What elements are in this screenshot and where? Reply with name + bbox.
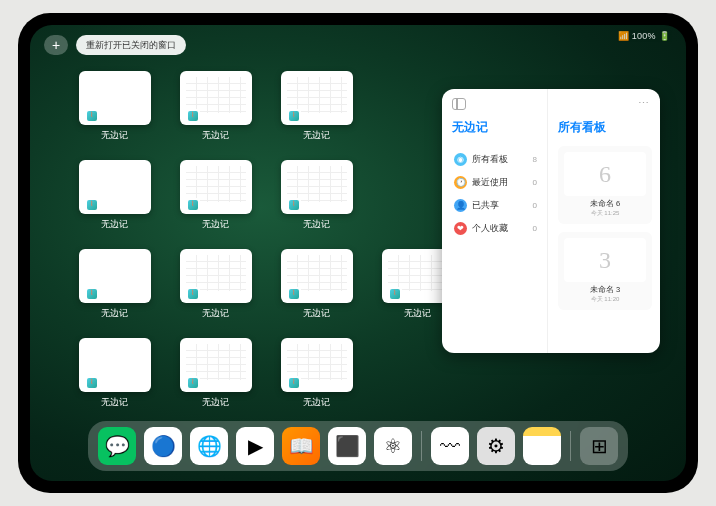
- menu-item-icon: ◉: [454, 153, 467, 166]
- freeform-app-icon: [287, 198, 301, 212]
- window-thumbnail[interactable]: 无边记: [76, 338, 153, 409]
- thumb-preview: [180, 160, 252, 214]
- window-thumbnail[interactable]: 无边记: [278, 249, 355, 320]
- windows-grid: 无边记无边记无边记无边记无边记无边记无边记无边记无边记无边记无边记无边记无边记: [76, 71, 456, 409]
- board-name: 未命名 6: [564, 199, 646, 209]
- window-thumbnail[interactable]: 无边记: [76, 71, 153, 142]
- freeform-app-icon: [85, 376, 99, 390]
- thumb-preview: [180, 249, 252, 303]
- thumb-preview: [281, 71, 353, 125]
- menu-item-count: 0: [533, 201, 537, 210]
- freeform-app-icon: [186, 109, 200, 123]
- thumb-preview: [79, 160, 151, 214]
- dock-tencent-video-icon[interactable]: ▶: [236, 427, 274, 465]
- menu-item-count: 0: [533, 224, 537, 233]
- thumb-label: 无边记: [404, 307, 431, 320]
- panel-title-left: 无边记: [452, 119, 539, 136]
- sidebar-menu-item[interactable]: 🕐最近使用0: [452, 171, 539, 194]
- thumb-label: 无边记: [202, 218, 229, 231]
- freeform-app-icon: [287, 287, 301, 301]
- thumb-label: 无边记: [303, 218, 330, 231]
- thumb-label: 无边记: [303, 307, 330, 320]
- thumb-label: 无边记: [101, 307, 128, 320]
- ipad-device: 📶 100% 🔋 + 重新打开已关闭的窗口 无边记无边记无边记无边记无边记无边记…: [18, 13, 698, 493]
- menu-item-label: 最近使用: [472, 177, 508, 189]
- dock-qqbrowser-icon[interactable]: 🌐: [190, 427, 228, 465]
- window-thumbnail[interactable]: 无边记: [76, 160, 153, 231]
- thumb-label: 无边记: [202, 129, 229, 142]
- freeform-app-icon: [186, 198, 200, 212]
- menu-item-count: 0: [533, 178, 537, 187]
- thumb-label: 无边记: [101, 396, 128, 409]
- thumb-label: 无边记: [303, 396, 330, 409]
- freeform-app-icon: [287, 376, 301, 390]
- thumb-preview: [281, 160, 353, 214]
- menu-item-icon: 🕐: [454, 176, 467, 189]
- thumb-label: 无边记: [101, 129, 128, 142]
- freeform-app-icon: [388, 287, 402, 301]
- board-preview: 6: [564, 152, 646, 196]
- dock-quark-icon[interactable]: 🔵: [144, 427, 182, 465]
- thumb-label: 无边记: [202, 307, 229, 320]
- menu-item-label: 所有看板: [472, 154, 508, 166]
- reopen-closed-window-button[interactable]: 重新打开已关闭的窗口: [76, 35, 186, 55]
- dock-notes-icon[interactable]: [523, 427, 561, 465]
- window-thumbnail[interactable]: 无边记: [278, 71, 355, 142]
- menu-item-icon: 👤: [454, 199, 467, 212]
- new-window-button[interactable]: +: [44, 35, 68, 55]
- window-thumbnail[interactable]: 无边记: [177, 71, 254, 142]
- freeform-sidebar-panel[interactable]: ⋯ 无边记 ◉所有看板8🕐最近使用0👤已共享0❤个人收藏0 所有看板 6未命名 …: [442, 89, 660, 353]
- window-thumbnail[interactable]: 无边记: [278, 160, 355, 231]
- dock-app-a-icon[interactable]: ⬛: [328, 427, 366, 465]
- thumb-preview: [180, 71, 252, 125]
- window-thumbnail[interactable]: 无边记: [177, 338, 254, 409]
- status-bar: 📶 100% 🔋: [618, 31, 670, 41]
- dock-freeform-icon[interactable]: 〰: [431, 427, 469, 465]
- top-left-controls: + 重新打开已关闭的窗口: [44, 35, 186, 55]
- dock-books-icon[interactable]: 📖: [282, 427, 320, 465]
- dock-app-library-icon[interactable]: ⊞: [580, 427, 618, 465]
- panel-title-right: 所有看板: [558, 119, 652, 136]
- menu-item-label: 个人收藏: [472, 223, 508, 235]
- board-date: 今天 11:25: [564, 209, 646, 218]
- board-preview: 3: [564, 238, 646, 282]
- panel-left-column: 无边记 ◉所有看板8🕐最近使用0👤已共享0❤个人收藏0: [442, 89, 548, 353]
- freeform-app-icon: [85, 109, 99, 123]
- dock-separator: [421, 431, 422, 461]
- menu-item-label: 已共享: [472, 200, 499, 212]
- window-thumbnail[interactable]: 无边记: [76, 249, 153, 320]
- sidebar-menu-item[interactable]: ◉所有看板8: [452, 148, 539, 171]
- dock-wechat-icon[interactable]: 💬: [98, 427, 136, 465]
- thumb-label: 无边记: [303, 129, 330, 142]
- thumb-preview: [79, 249, 151, 303]
- sidebar-menu-item[interactable]: 👤已共享0: [452, 194, 539, 217]
- sidebar-menu-item[interactable]: ❤个人收藏0: [452, 217, 539, 240]
- panel-right-column: 所有看板 6未命名 6今天 11:253未命名 3今天 11:20: [548, 89, 660, 353]
- sidebar-toggle-icon[interactable]: [452, 98, 466, 110]
- board-date: 今天 11:20: [564, 295, 646, 304]
- dock-settings-icon[interactable]: ⚙: [477, 427, 515, 465]
- thumb-label: 无边记: [101, 218, 128, 231]
- more-options-icon[interactable]: ⋯: [638, 97, 650, 110]
- thumb-preview: [79, 338, 151, 392]
- dock-app-b-icon[interactable]: ⚛: [374, 427, 412, 465]
- thumb-preview: [180, 338, 252, 392]
- dock: 💬🔵🌐▶📖⬛⚛〰⚙⊞: [88, 421, 628, 471]
- thumb-preview: [281, 249, 353, 303]
- thumb-label: 无边记: [202, 396, 229, 409]
- freeform-app-icon: [287, 109, 301, 123]
- freeform-app-icon: [85, 287, 99, 301]
- dock-separator: [570, 431, 571, 461]
- freeform-app-icon: [186, 287, 200, 301]
- board-card[interactable]: 6未命名 6今天 11:25: [558, 146, 652, 224]
- window-thumbnail[interactable]: 无边记: [177, 249, 254, 320]
- window-thumbnail[interactable]: 无边记: [177, 160, 254, 231]
- thumb-preview: [79, 71, 151, 125]
- menu-item-icon: ❤: [454, 222, 467, 235]
- freeform-app-icon: [186, 376, 200, 390]
- freeform-app-icon: [85, 198, 99, 212]
- board-name: 未命名 3: [564, 285, 646, 295]
- window-thumbnail[interactable]: 无边记: [278, 338, 355, 409]
- board-card[interactable]: 3未命名 3今天 11:20: [558, 232, 652, 310]
- menu-item-count: 8: [533, 155, 537, 164]
